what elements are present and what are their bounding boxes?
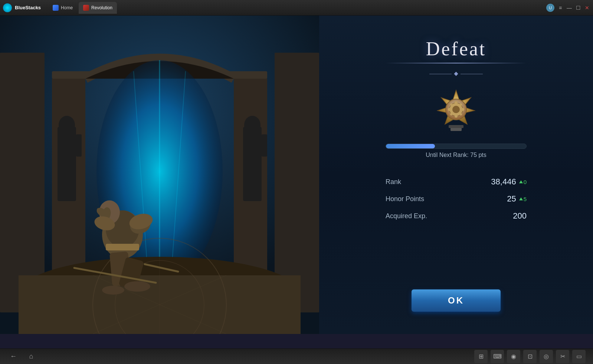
eye-button[interactable]: ◉	[507, 350, 520, 363]
stat-value-group-exp: 200	[497, 211, 527, 221]
medal-badge	[430, 83, 482, 135]
bluestacks-label: BlueStacks	[15, 5, 41, 10]
home-button[interactable]: ⌂	[25, 351, 37, 363]
svg-point-15	[244, 116, 261, 134]
tab-revolution[interactable]: Revolution	[79, 2, 117, 14]
svg-rect-13	[76, 134, 82, 157]
stat-value-honor: 25	[486, 194, 516, 204]
svg-point-42	[455, 101, 458, 104]
settings-icon[interactable]: ≡	[557, 5, 563, 11]
location-button[interactable]: ◎	[540, 350, 553, 363]
svg-point-49	[460, 113, 462, 115]
medal-icon	[434, 86, 478, 131]
ornament-right	[461, 74, 483, 74]
stat-change-honor: 5	[519, 196, 527, 202]
title-divider	[386, 63, 527, 63]
svg-point-32	[102, 286, 124, 295]
ornament-left	[429, 74, 452, 74]
title-ornament	[429, 72, 483, 75]
title-bar-right: U ≡ — ☐ ✕	[546, 4, 590, 12]
title-bar-left: BlueStacks Home Revolution	[3, 2, 117, 14]
honor-change-value: 5	[524, 196, 527, 202]
minimize-button[interactable]: —	[566, 5, 572, 11]
stats-section: Rank 38,446 0 Honor Points 25 5	[386, 173, 527, 224]
tab-home[interactable]: Home	[48, 2, 77, 14]
svg-point-44	[448, 108, 451, 111]
tab-home-label: Home	[61, 5, 73, 10]
ornament-center	[454, 72, 458, 76]
stat-change-rank: 0	[519, 179, 527, 185]
user-avatar[interactable]: U	[546, 4, 554, 12]
stat-label-rank: Rank	[386, 178, 401, 186]
title-bar: BlueStacks Home Revolution U ≡ — ☐ ✕	[0, 0, 593, 16]
progress-label: Until Next Rank: 75 pts	[386, 152, 527, 158]
stat-label-exp: Acquired Exp.	[386, 212, 427, 220]
bluestacks-logo	[3, 3, 12, 12]
maximize-button[interactable]: ☐	[575, 5, 581, 11]
svg-rect-16	[245, 134, 250, 157]
stat-value-group-honor: 25 5	[486, 194, 527, 204]
svg-point-46	[450, 104, 452, 106]
bottom-bar: ← ⌂ ⊞ ⌨ ◉ ⊡ ◎ ✂ ▭	[0, 348, 593, 364]
svg-rect-35	[106, 244, 139, 250]
svg-rect-51	[449, 125, 463, 128]
svg-point-31	[124, 281, 150, 292]
keyboard-button[interactable]: ⌨	[491, 350, 504, 363]
grid-view-button[interactable]: ⊞	[474, 350, 488, 363]
bottom-bar-right: ⊞ ⌨ ◉ ⊡ ◎ ✂ ▭	[474, 350, 586, 363]
stat-value-exp: 200	[497, 211, 527, 221]
svg-point-11	[59, 116, 75, 134]
svg-point-47	[460, 104, 462, 106]
back-button[interactable]: ←	[7, 351, 19, 363]
stat-value-rank: 38,446	[486, 177, 516, 187]
svg-rect-12	[59, 134, 65, 157]
scissors-button[interactable]: ✂	[556, 350, 569, 363]
scene-background	[0, 16, 319, 334]
stat-value-group-rank: 38,446 0	[486, 177, 527, 187]
svg-rect-2	[275, 53, 319, 312]
defeat-title: Defeat	[426, 38, 486, 60]
fullscreen-button[interactable]: ⊡	[523, 350, 537, 363]
rank-change-value: 0	[524, 179, 527, 185]
result-panel: Defeat	[319, 16, 593, 334]
triangle-up-icon-2	[519, 197, 523, 200]
svg-point-45	[461, 108, 464, 111]
stat-row-rank: Rank 38,446 0	[386, 173, 527, 190]
svg-point-48	[450, 113, 452, 115]
home-tab-icon	[53, 5, 59, 11]
progress-fill	[386, 144, 435, 148]
svg-point-41	[452, 106, 460, 113]
game-scene	[0, 16, 319, 334]
device-button[interactable]: ▭	[572, 350, 586, 363]
ok-button[interactable]: OK	[412, 289, 501, 312]
progress-section: Until Next Rank: 75 pts	[386, 144, 527, 158]
svg-rect-17	[262, 134, 267, 157]
main-content: Defeat	[0, 16, 593, 348]
progress-bar	[386, 144, 527, 149]
revolution-tab-icon	[83, 5, 89, 11]
tab-revolution-label: Revolution	[91, 5, 112, 10]
stat-label-honor: Honor Points	[386, 195, 424, 203]
stat-row-exp: Acquired Exp. 200	[386, 207, 527, 224]
close-button[interactable]: ✕	[584, 5, 590, 11]
stat-row-honor: Honor Points 25 5	[386, 190, 527, 207]
bottom-bar-left: ← ⌂	[7, 351, 37, 363]
svg-rect-1	[0, 53, 45, 312]
svg-point-43	[455, 115, 458, 118]
triangle-up-icon	[519, 180, 523, 183]
